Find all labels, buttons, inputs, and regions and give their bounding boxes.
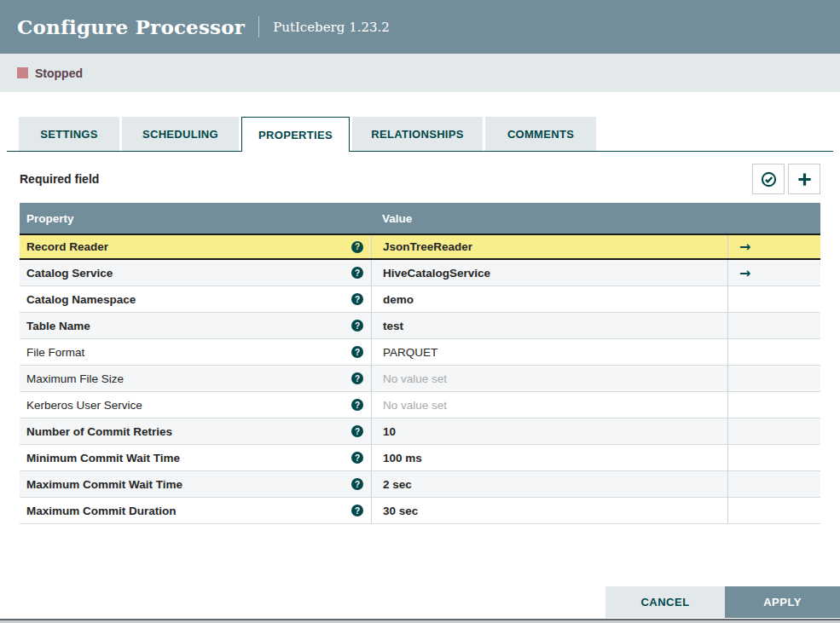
property-name: Kerberos User Service <box>26 399 142 412</box>
property-action-cell <box>727 313 820 338</box>
property-value-cell[interactable]: demo <box>371 286 727 312</box>
question-circle-icon[interactable]: ? <box>351 505 363 516</box>
stopped-square-icon <box>17 67 28 78</box>
property-action-cell <box>727 366 820 391</box>
property-value-cell[interactable]: 2 sec <box>371 471 727 497</box>
property-name: Maximum Commit Wait Time <box>26 478 182 491</box>
question-circle-icon[interactable]: ? <box>351 399 363 411</box>
property-name-cell: File Format? <box>20 339 371 365</box>
configure-processor-dialog: Configure Processor PutIceberg 1.23.2 St… <box>0 0 840 524</box>
property-action-cell <box>727 445 820 470</box>
verify-properties-button[interactable] <box>752 164 785 194</box>
dialog-header: Configure Processor PutIceberg 1.23.2 <box>0 0 840 54</box>
property-name: Maximum File Size <box>26 372 124 385</box>
property-name: Catalog Service <box>26 267 113 280</box>
goto-service-arrow-icon[interactable]: → <box>739 265 750 281</box>
property-name: Table Name <box>26 320 90 332</box>
property-row[interactable]: Maximum Commit Wait Time?2 sec <box>20 471 820 498</box>
toolbar-buttons <box>749 164 820 194</box>
property-row[interactable]: Maximum Commit Duration?30 sec <box>20 498 820 524</box>
status-label: Stopped <box>35 66 83 80</box>
property-value-cell[interactable]: HiveCatalogService <box>371 260 727 286</box>
property-name-cell: Minimum Commit Wait Time? <box>20 445 371 470</box>
tab-comments[interactable]: COMMENTS <box>485 117 596 151</box>
question-circle-icon[interactable]: ? <box>351 478 363 490</box>
tab-bar: SETTINGSSCHEDULINGPROPERTIESRELATIONSHIP… <box>7 117 833 152</box>
property-row[interactable]: File Format?PARQUET <box>20 339 820 366</box>
property-action-cell <box>727 339 820 365</box>
question-circle-icon[interactable]: ? <box>351 320 363 332</box>
property-name: File Format <box>26 346 84 359</box>
property-row[interactable]: Catalog Namespace?demo <box>20 286 820 313</box>
tab-settings[interactable]: SETTINGS <box>19 117 119 151</box>
property-action-cell: → <box>727 235 820 258</box>
tab-properties[interactable]: PROPERTIES <box>241 117 350 152</box>
question-circle-icon[interactable]: ? <box>351 372 363 384</box>
property-name-cell: Number of Commit Retries? <box>20 418 371 444</box>
property-name: Minimum Commit Wait Time <box>26 452 180 464</box>
question-circle-icon[interactable]: ? <box>351 241 363 253</box>
property-row[interactable]: Minimum Commit Wait Time?100 ms <box>20 445 820 471</box>
properties-toolbar: Required field <box>20 164 820 194</box>
property-action-cell <box>727 392 820 418</box>
property-value-cell[interactable]: 30 sec <box>371 498 727 523</box>
title-divider <box>258 16 259 37</box>
property-row[interactable]: Number of Commit Retries?10 <box>20 418 820 445</box>
properties-table: Property Value Record Reader?JsonTreeRea… <box>20 203 820 524</box>
property-value-cell[interactable]: test <box>371 313 727 338</box>
property-value-cell[interactable]: JsonTreeReader <box>371 235 727 258</box>
goto-service-arrow-icon[interactable]: → <box>739 239 750 255</box>
dialog-footer: CANCEL APPLY <box>605 586 840 618</box>
property-row[interactable]: Record Reader?JsonTreeReader→ <box>20 234 820 260</box>
processor-name-version: PutIceberg 1.23.2 <box>273 20 390 35</box>
property-name: Maximum Commit Duration <box>26 505 177 517</box>
check-circle-icon <box>761 171 777 187</box>
required-field-note: Required field <box>20 172 99 186</box>
table-body: Record Reader?JsonTreeReader→Catalog Ser… <box>20 234 820 524</box>
property-action-cell <box>727 498 820 523</box>
column-header-property: Property <box>20 212 371 225</box>
tab-scheduling[interactable]: SCHEDULING <box>122 117 239 151</box>
tab-relationships[interactable]: RELATIONSHIPS <box>352 117 483 151</box>
column-header-value: Value <box>371 212 727 225</box>
property-row[interactable]: Maximum File Size?No value set <box>20 366 820 392</box>
property-name-cell: Table Name? <box>20 313 371 338</box>
property-name: Catalog Namespace <box>26 293 136 306</box>
property-row[interactable]: Kerberos User Service?No value set <box>20 392 820 418</box>
property-action-cell <box>727 471 820 497</box>
property-row[interactable]: Catalog Service?HiveCatalogService→ <box>20 260 820 286</box>
property-value-cell[interactable]: PARQUET <box>371 339 727 365</box>
plus-icon <box>797 171 813 187</box>
apply-button[interactable]: APPLY <box>725 586 840 618</box>
property-value-cell[interactable]: No value set <box>371 392 727 418</box>
cancel-button[interactable]: CANCEL <box>605 586 725 618</box>
dialog-bottom-edge <box>0 619 840 623</box>
property-name-cell: Catalog Namespace? <box>20 286 371 312</box>
property-action-cell <box>727 418 820 444</box>
property-value-cell[interactable]: 10 <box>371 418 727 444</box>
property-name-cell: Maximum Commit Wait Time? <box>20 471 371 497</box>
status-bar: Stopped <box>0 54 840 92</box>
question-circle-icon[interactable]: ? <box>351 293 363 305</box>
question-circle-icon[interactable]: ? <box>351 425 363 437</box>
property-value-cell[interactable]: No value set <box>371 366 727 391</box>
property-value-cell[interactable]: 100 ms <box>371 445 727 470</box>
property-name: Number of Commit Retries <box>26 425 172 438</box>
property-action-cell <box>727 286 820 312</box>
question-circle-icon[interactable]: ? <box>351 346 363 358</box>
property-name: Record Reader <box>26 240 108 253</box>
property-name-cell: Maximum File Size? <box>20 366 371 391</box>
add-property-button[interactable] <box>788 164 820 194</box>
question-circle-icon[interactable]: ? <box>351 452 363 464</box>
property-action-cell: → <box>727 260 820 286</box>
property-name-cell: Kerberos User Service? <box>20 392 371 418</box>
property-name-cell: Record Reader? <box>20 235 371 258</box>
dialog-title: Configure Processor <box>17 15 245 38</box>
question-circle-icon[interactable]: ? <box>351 267 363 279</box>
table-header-row: Property Value <box>20 203 820 234</box>
property-name-cell: Catalog Service? <box>20 260 371 286</box>
property-row[interactable]: Table Name?test <box>20 313 820 339</box>
property-name-cell: Maximum Commit Duration? <box>20 498 371 523</box>
